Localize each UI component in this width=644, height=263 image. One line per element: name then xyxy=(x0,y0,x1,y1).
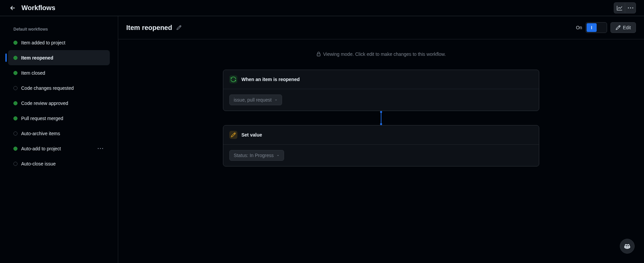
content-header: Item reopened On Edit xyxy=(118,16,644,39)
sidebar-item-label: Auto-archive items xyxy=(21,131,104,136)
sidebar-item-label: Code review approved xyxy=(21,101,104,106)
chevron-down-icon xyxy=(274,98,278,102)
status-dot-icon xyxy=(13,162,17,166)
back-arrow-icon[interactable] xyxy=(8,3,17,13)
viewing-mode-banner: Viewing mode. Click edit to make changes… xyxy=(118,51,644,57)
trigger-node-body: issue, pull request xyxy=(223,89,539,111)
reopened-icon xyxy=(229,75,237,83)
status-dot-icon xyxy=(13,86,17,90)
status-dot-icon xyxy=(13,71,17,75)
copilot-fab[interactable] xyxy=(620,239,635,254)
sidebar-item-item-closed[interactable]: Item closed xyxy=(8,65,110,80)
page-title: Workflows xyxy=(21,4,55,12)
sidebar-list: Item added to projectItem reopenedItem c… xyxy=(8,35,110,171)
trigger-filter-chip[interactable]: issue, pull request xyxy=(229,95,282,105)
top-bar-left: Workflows xyxy=(8,3,55,13)
trigger-filter-label: issue, pull request xyxy=(234,97,272,103)
status-dot-icon xyxy=(13,116,17,120)
sidebar-item-code-changes-requested[interactable]: Code changes requested xyxy=(8,80,110,96)
sidebar-item-auto-close-issue[interactable]: Auto-close issue xyxy=(8,156,110,171)
status-dot-icon xyxy=(13,132,17,136)
content: Item reopened On Edit xyxy=(118,16,644,263)
more-menu-button[interactable] xyxy=(625,2,636,13)
status-dot-icon xyxy=(13,101,17,105)
trigger-title: When an item is reopened xyxy=(241,77,300,82)
viewing-mode-text: Viewing mode. Click edit to make changes… xyxy=(323,51,446,57)
toggle-label: On xyxy=(576,25,582,30)
sidebar-heading: Default workflows xyxy=(13,27,110,32)
lock-icon xyxy=(316,52,321,57)
sidebar-item-pull-request-merged[interactable]: Pull request merged xyxy=(8,111,110,126)
status-dot-icon xyxy=(13,56,17,60)
sidebar-item-menu-icon[interactable] xyxy=(96,145,104,153)
trigger-node-header: When an item is reopened xyxy=(223,70,539,89)
top-bar: Workflows xyxy=(0,0,644,16)
set-value-icon xyxy=(229,131,237,139)
sidebar-item-auto-archive-items[interactable]: Auto-archive items xyxy=(8,126,110,141)
toggle-knob xyxy=(587,23,597,32)
sidebar-item-label: Auto-add to project xyxy=(21,146,93,151)
sidebar: Default workflows Item added to projectI… xyxy=(0,16,118,263)
sidebar-item-label: Item reopened xyxy=(21,55,104,61)
sidebar-item-label: Item added to project xyxy=(21,40,104,45)
chevron-down-icon xyxy=(276,154,280,157)
action-title: Set value xyxy=(241,132,262,138)
workflow-enabled-toggle[interactable] xyxy=(586,22,607,33)
action-value-label: Status: In Progress xyxy=(234,153,274,158)
insights-button[interactable] xyxy=(614,2,625,13)
action-value-chip[interactable]: Status: In Progress xyxy=(229,150,284,161)
content-title-wrap: Item reopened xyxy=(126,24,182,32)
sidebar-item-label: Auto-close issue xyxy=(21,161,104,166)
edit-button-label: Edit xyxy=(623,25,631,30)
action-node: Set value Status: In Progress xyxy=(223,125,539,166)
top-bar-right xyxy=(614,2,636,13)
workflow-title: Item reopened xyxy=(126,24,172,32)
action-node-body: Status: In Progress xyxy=(223,145,539,166)
status-dot-icon xyxy=(13,147,17,151)
header-controls: On Edit xyxy=(576,22,636,33)
status-dot-icon xyxy=(13,41,17,45)
sidebar-item-label: Pull request merged xyxy=(21,116,104,121)
rename-workflow-icon[interactable] xyxy=(176,25,182,30)
sidebar-item-label: Code changes requested xyxy=(21,85,104,91)
node-connector xyxy=(380,111,382,125)
workflow-nodes: When an item is reopened issue, pull req… xyxy=(118,70,644,166)
trigger-node: When an item is reopened issue, pull req… xyxy=(223,70,539,111)
sidebar-item-item-added-to-project[interactable]: Item added to project xyxy=(8,35,110,50)
sidebar-item-label: Item closed xyxy=(21,70,104,76)
workflow-canvas: Viewing mode. Click edit to make changes… xyxy=(118,39,644,263)
sidebar-item-auto-add-to-project[interactable]: Auto-add to project xyxy=(8,141,110,156)
sidebar-item-item-reopened[interactable]: Item reopened xyxy=(8,50,110,65)
main: Default workflows Item added to projectI… xyxy=(0,16,644,263)
sidebar-item-code-review-approved[interactable]: Code review approved xyxy=(8,96,110,111)
edit-button[interactable]: Edit xyxy=(610,22,636,33)
action-node-header: Set value xyxy=(223,125,539,145)
